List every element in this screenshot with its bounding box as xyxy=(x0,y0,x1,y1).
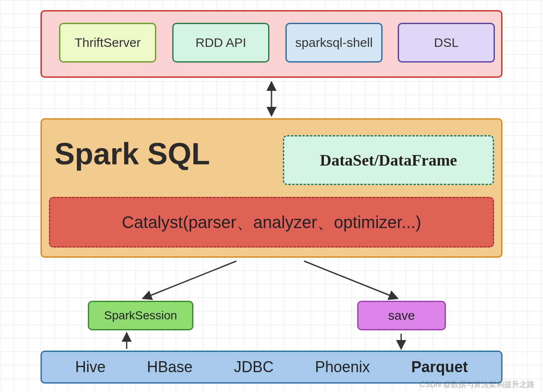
datasource-container: Hive HBase JDBC Phoenix Parquet xyxy=(41,351,502,384)
save-box: save xyxy=(357,301,446,330)
source-parquet: Parquet xyxy=(411,358,468,376)
api-rdd: RDD API xyxy=(172,23,269,63)
arrow-mid-sparksession xyxy=(144,261,236,298)
source-phoenix: Phoenix xyxy=(315,358,370,376)
source-hbase: HBase xyxy=(147,358,193,376)
sparksql-title: Spark SQL xyxy=(54,136,210,171)
source-jdbc: JDBC xyxy=(234,358,274,376)
catalyst-box: Catalyst(parser、analyzer、optimizer...) xyxy=(49,197,494,248)
sparksession-box: SparkSession xyxy=(88,301,193,330)
api-sparksql-shell: sparksql-shell xyxy=(285,23,383,63)
watermark: CSDN @数据与算法架构提升之路 xyxy=(420,379,535,389)
source-hive: Hive xyxy=(75,358,106,376)
arrow-mid-save xyxy=(304,261,397,298)
api-thriftserver: ThriftServer xyxy=(59,23,156,63)
api-dsl: DSL xyxy=(398,23,495,63)
dataset-dataframe-box: DataSet/DataFrame xyxy=(283,135,494,185)
